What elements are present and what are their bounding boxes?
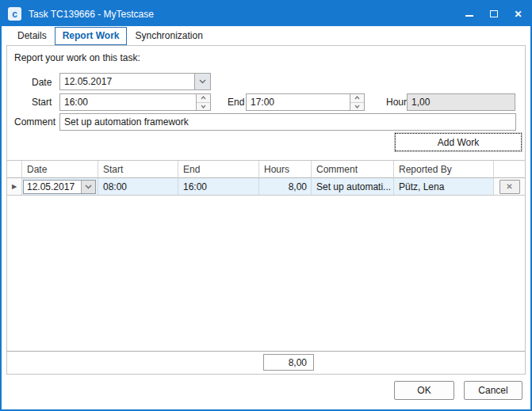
delete-row-button[interactable]: ✕ [499, 180, 520, 194]
chevron-down-icon [199, 79, 206, 84]
end-input[interactable] [247, 94, 350, 110]
total-hours-box: 8,00 [263, 354, 314, 371]
app-logo-icon: c [8, 7, 21, 21]
grid-header-hours[interactable]: Hours [259, 161, 312, 178]
row-hours-cell[interactable]: 8,00 [259, 178, 312, 195]
tab-synchronization[interactable]: Synchronization [127, 27, 210, 45]
ok-button[interactable]: OK [394, 381, 454, 400]
report-work-panel: Report your work on this task: Date Star… [6, 45, 526, 375]
cancel-button[interactable]: Cancel [464, 381, 522, 400]
titlebar: c Task TC139666 - MyTestcase ✕ [2, 2, 530, 26]
row-selector-arrow-icon: ▶ [12, 183, 17, 190]
grid-header-start[interactable]: Start [98, 161, 178, 178]
grid-header-comment[interactable]: Comment [312, 161, 394, 178]
close-icon: ✕ [514, 10, 522, 19]
row-date-dropdown-button[interactable] [81, 181, 95, 193]
row-date-value: 12.05.2017 [24, 181, 81, 192]
titlebar-buttons: ✕ [457, 2, 530, 26]
spinner-down-button[interactable] [350, 103, 364, 111]
chevron-up-icon [201, 96, 206, 100]
chevron-down-icon [201, 105, 206, 108]
add-work-button[interactable]: Add Work [395, 133, 522, 151]
row-reported-by-cell[interactable]: Pütz, Lena [394, 178, 494, 195]
grid-header-date[interactable]: Date [22, 161, 98, 178]
tab-report-work[interactable]: Report Work [55, 27, 128, 45]
grid-header-reported-by[interactable]: Reported By [394, 161, 494, 178]
cancel-button-label: Cancel [478, 385, 507, 396]
date-dropdown-button[interactable] [194, 74, 210, 89]
minimize-icon [465, 15, 473, 17]
maximize-button[interactable] [481, 2, 506, 26]
row-start-cell[interactable]: 08:00 [98, 178, 178, 195]
comment-input[interactable] [60, 114, 515, 130]
start-label: Start [32, 97, 52, 108]
report-work-heading: Report your work on this task: [14, 52, 140, 63]
row-delete-cell: ✕ [494, 178, 525, 195]
maximize-icon [490, 10, 498, 17]
grid-header-selector [7, 161, 22, 178]
end-spinner [350, 94, 364, 110]
end-label: End [228, 97, 244, 108]
start-spinner [196, 94, 210, 110]
row-end-cell[interactable]: 16:00 [178, 178, 259, 195]
work-grid: Date Start End Hours Comment Reported By… [7, 160, 525, 196]
total-hours-value: 8,00 [289, 357, 307, 368]
row-comment-cell[interactable]: Set up automati... [312, 178, 394, 195]
end-field [246, 93, 365, 111]
date-label: Date [32, 77, 52, 88]
app-logo-letter: c [12, 10, 17, 19]
start-field [59, 93, 211, 111]
minimize-button[interactable] [457, 2, 481, 26]
row-selector-cell[interactable]: ▶ [7, 178, 22, 195]
grid-header-delete [494, 161, 525, 178]
tab-bar: Details Report Work Synchronization [10, 28, 211, 45]
task-dialog-window: c Task TC139666 - MyTestcase ✕ Details R… [0, 0, 532, 411]
start-input[interactable] [60, 94, 196, 110]
comment-field [59, 113, 516, 131]
grid-summary-row: 8,00 [7, 351, 525, 374]
grid-header-row: Date Start End Hours Comment Reported By [7, 161, 525, 178]
spinner-down-button[interactable] [197, 103, 210, 111]
row-date-editor[interactable]: 12.05.2017 [23, 180, 96, 194]
chevron-down-icon [85, 185, 92, 189]
date-field [59, 73, 211, 90]
hours-input [408, 94, 515, 110]
spinner-up-button[interactable] [197, 94, 210, 103]
close-button[interactable]: ✕ [506, 2, 530, 26]
add-work-label: Add Work [438, 137, 479, 148]
chevron-up-icon [354, 96, 360, 100]
spinner-up-button[interactable] [350, 94, 364, 103]
chevron-down-icon [354, 105, 360, 108]
ok-button-label: OK [417, 385, 431, 396]
grid-header-end[interactable]: End [178, 161, 259, 178]
date-input[interactable] [60, 74, 194, 89]
hours-field [407, 93, 515, 111]
window-title: Task TC139666 - MyTestcase [29, 9, 457, 20]
delete-row-icon: ✕ [506, 182, 512, 191]
comment-label: Comment [14, 116, 55, 127]
table-row[interactable]: ▶ 12.05.2017 08:00 16:00 8,00 Set up aut… [7, 178, 525, 196]
row-date-cell[interactable]: 12.05.2017 [22, 178, 98, 195]
tab-details[interactable]: Details [10, 27, 55, 45]
